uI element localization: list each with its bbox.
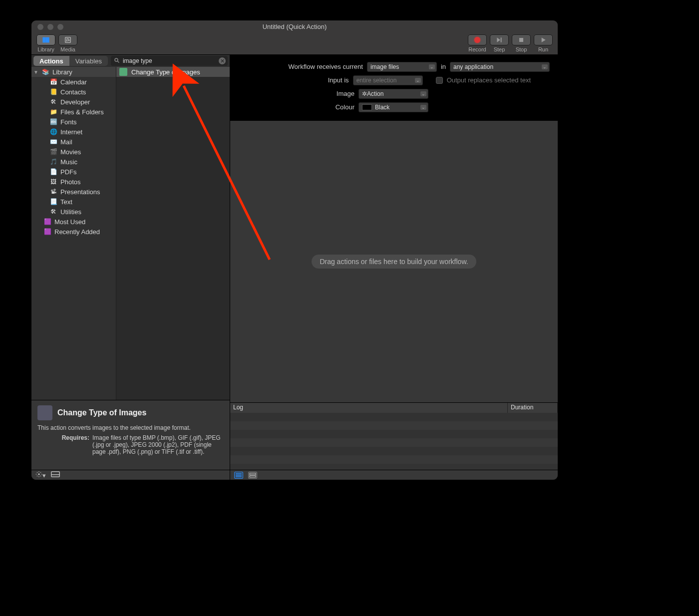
category-icon: 📅 xyxy=(49,78,57,86)
library-toggle-label: Library xyxy=(37,46,54,52)
sidebar-item[interactable]: 📄PDFs xyxy=(31,167,116,177)
media-button-label: Media xyxy=(60,46,75,52)
log-row xyxy=(230,455,558,464)
run-button[interactable]: Run xyxy=(534,34,553,52)
duration-column-header[interactable]: Duration xyxy=(508,403,558,413)
library-root[interactable]: ▼ 📚 Library xyxy=(31,67,116,77)
step-button-label: Step xyxy=(494,46,505,52)
sidebar-item[interactable]: 🛠Utilities xyxy=(31,207,116,217)
svg-rect-0 xyxy=(43,37,45,42)
log-panel: Log Duration xyxy=(230,402,558,470)
library-toggle-button[interactable]: Library xyxy=(36,34,55,52)
image-select[interactable]: ✲ Action⌄ xyxy=(358,89,428,99)
step-button[interactable]: Step xyxy=(490,34,509,52)
sidebar-item[interactable]: 🛠Developer xyxy=(31,97,116,107)
sidebar-item-label: PDFs xyxy=(60,168,77,176)
search-input[interactable] xyxy=(111,56,228,66)
clear-search-button[interactable]: ✕ xyxy=(219,57,226,64)
close-window-button[interactable] xyxy=(37,24,43,30)
view-mode-list-button[interactable] xyxy=(234,472,243,479)
chevron-down-icon: ⌄ xyxy=(415,78,421,83)
in-application-select[interactable]: any application⌄ xyxy=(450,62,550,72)
action-result-item[interactable]: Change Type of Images xyxy=(116,67,230,77)
zoom-window-button[interactable] xyxy=(57,24,63,30)
action-title: Change Type of Images xyxy=(57,408,146,417)
category-icon: 🌐 xyxy=(49,128,57,136)
sidebar-item-label: Recently Added xyxy=(54,228,100,236)
category-icon: 📒 xyxy=(49,88,57,96)
library-root-label: Library xyxy=(52,68,72,76)
svg-point-9 xyxy=(38,473,40,475)
category-icon: 🎵 xyxy=(49,158,57,166)
sidebar-item[interactable]: 📒Contacts xyxy=(31,87,116,97)
left-footer: ▾ xyxy=(31,470,230,480)
sidebar-item[interactable]: 📁Files & Folders xyxy=(31,107,116,117)
action-description-panel: Change Type of Images This action conver… xyxy=(31,400,230,470)
action-icon xyxy=(119,68,127,76)
input-is-select[interactable]: entire selection⌄ xyxy=(353,75,423,85)
folder-icon: 🟪 xyxy=(43,228,51,236)
titlebar: Untitled (Quick Action) xyxy=(31,20,558,33)
action-large-icon xyxy=(37,405,52,420)
log-column-header[interactable]: Log xyxy=(230,403,508,413)
disclosure-triangle-icon[interactable]: ▼ xyxy=(33,69,38,75)
log-rows xyxy=(230,413,558,470)
sidebar-item-label: Internet xyxy=(60,128,82,136)
category-icon: 🛠 xyxy=(49,208,57,216)
sidebar-item[interactable]: 📃Text xyxy=(31,197,116,207)
record-button[interactable]: Record xyxy=(468,34,487,52)
sidebar-item-label: Photos xyxy=(60,178,80,186)
sidebar-item[interactable]: 🌐Internet xyxy=(31,127,116,137)
minimize-window-button[interactable] xyxy=(47,24,53,30)
view-mode-grid-button[interactable] xyxy=(248,472,257,479)
workflow-canvas[interactable]: Drag actions or files here to build your… xyxy=(230,121,558,402)
sidebar-item[interactable]: 📅Calendar xyxy=(31,77,116,87)
sidebar-item-most-used[interactable]: 🟪 Most Used xyxy=(31,217,116,227)
svg-rect-6 xyxy=(519,38,523,42)
svg-point-7 xyxy=(115,58,118,61)
category-icon: 🛠 xyxy=(49,98,57,106)
category-icon: 📁 xyxy=(49,108,57,116)
canvas-placeholder: Drag actions or files here to build your… xyxy=(312,255,476,269)
sidebar-item-label: Movies xyxy=(60,148,81,156)
receives-select[interactable]: image files⌄ xyxy=(367,62,437,72)
image-label: Image xyxy=(337,90,354,97)
workflow-pane: Workflow receives current image files⌄ i… xyxy=(230,55,558,480)
sidebar-item[interactable]: 🖼Photos xyxy=(31,177,116,187)
tab-variables[interactable]: Variables xyxy=(69,56,108,66)
right-footer xyxy=(230,470,558,480)
action-results-list[interactable]: Change Type of Images xyxy=(116,67,230,400)
svg-rect-16 xyxy=(250,476,256,477)
library-category-list[interactable]: ▼ 📚 Library 📅Calendar📒Contacts🛠Developer… xyxy=(31,67,116,400)
record-button-label: Record xyxy=(468,46,486,52)
log-row xyxy=(230,447,558,455)
folder-icon: 🟪 xyxy=(43,218,51,226)
svg-rect-2 xyxy=(65,37,71,43)
sidebar-item[interactable]: 🎬Movies xyxy=(31,147,116,157)
search-icon xyxy=(114,57,120,65)
output-replaces-label: Output replaces selected text xyxy=(447,76,531,84)
output-replaces-checkbox[interactable] xyxy=(436,77,443,84)
chevron-down-icon: ⌄ xyxy=(420,91,426,96)
colour-select[interactable]: Black⌄ xyxy=(358,102,428,112)
sidebar-item-label: Mail xyxy=(60,138,72,146)
sidebar-item[interactable]: 📽Presentations xyxy=(31,187,116,197)
chevron-down-icon: ⌄ xyxy=(429,64,435,69)
input-is-label: Input is xyxy=(328,76,349,84)
media-button[interactable]: Media xyxy=(58,34,77,52)
gear-menu-button[interactable]: ▾ xyxy=(35,471,46,479)
tab-actions[interactable]: Actions xyxy=(33,56,69,66)
category-icon: 🎬 xyxy=(49,148,57,156)
sidebar-item[interactable]: 🔤Fonts xyxy=(31,117,116,127)
sidebar-item-recently-added[interactable]: 🟪 Recently Added xyxy=(31,227,116,237)
category-icon: 📽 xyxy=(49,188,57,196)
library-icon: 📚 xyxy=(41,68,49,76)
toggle-description-button[interactable] xyxy=(51,471,60,479)
automator-window: Untitled (Quick Action) Library Media Re… xyxy=(31,20,558,480)
sidebar-item[interactable]: 🎵Music xyxy=(31,157,116,167)
stop-button[interactable]: Stop xyxy=(512,34,531,52)
sidebar-item[interactable]: ✉️Mail xyxy=(31,137,116,147)
traffic-lights xyxy=(31,24,63,30)
log-row xyxy=(230,413,558,421)
chevron-down-icon: ⌄ xyxy=(542,64,548,69)
